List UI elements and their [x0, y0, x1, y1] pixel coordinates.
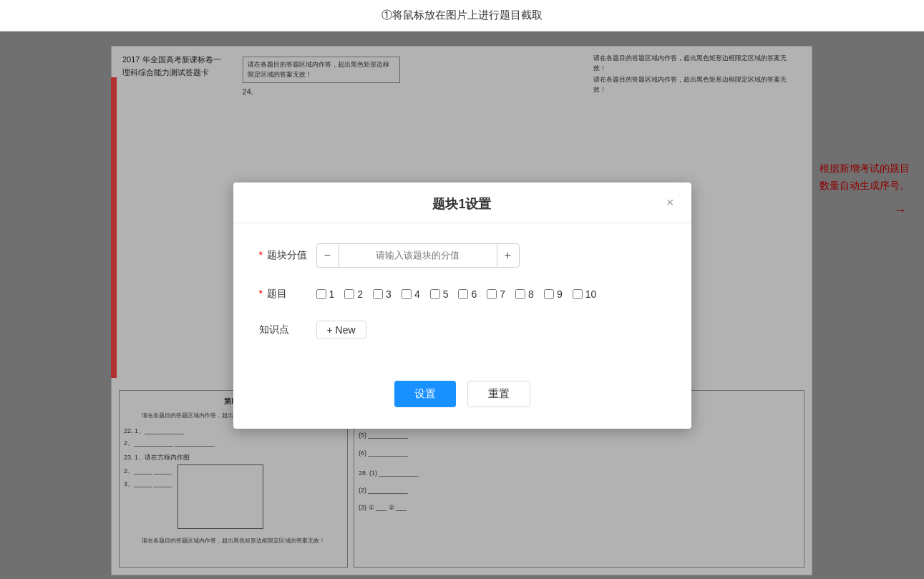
question-checkbox-input-9[interactable]	[544, 289, 554, 299]
score-required-star: *	[259, 249, 263, 261]
score-label: * 题块分值	[259, 249, 316, 262]
score-field-row: * 题块分值 − +	[259, 243, 666, 268]
question-checkbox-input-3[interactable]	[373, 289, 383, 299]
reset-button[interactable]: 重置	[467, 381, 530, 407]
score-decrement-button[interactable]: −	[316, 243, 339, 268]
question-checkbox-10[interactable]: 10	[573, 288, 597, 300]
question-checkbox-4[interactable]: 4	[402, 288, 420, 300]
question-checkbox-3[interactable]: 3	[373, 288, 392, 300]
question-checkbox-5[interactable]: 5	[430, 288, 449, 300]
questions-required-star: *	[259, 288, 263, 299]
question-checkbox-input-6[interactable]	[458, 289, 468, 299]
knowledge-field-row: 知识点 + New	[259, 321, 666, 339]
modal-overlay: 题块1设置 × * 题块分值 − +	[0, 31, 924, 579]
question-checkbox-input-5[interactable]	[430, 289, 440, 299]
knowledge-label: 知识点	[259, 323, 316, 336]
top-instruction-bar: ①将鼠标放在图片上进行题目截取	[0, 0, 924, 31]
modal-body: * 题块分值 − + * 题目	[233, 223, 691, 374]
instruction-text: ①将鼠标放在图片上进行题目截取	[381, 9, 543, 22]
question-checkbox-9[interactable]: 9	[544, 288, 563, 300]
question-checkbox-7[interactable]: 7	[487, 288, 505, 300]
add-knowledge-button[interactable]: + New	[316, 321, 366, 339]
modal-title: 题块1设置	[432, 195, 491, 213]
question-checkbox-input-8[interactable]	[515, 289, 525, 299]
questions-field-row: * 题目 1 2 3 4	[259, 288, 666, 301]
modal-close-button[interactable]: ×	[662, 195, 679, 210]
question-checkbox-6[interactable]: 6	[458, 288, 477, 300]
confirm-button[interactable]: 设置	[394, 381, 456, 407]
question-checkbox-input-2[interactable]	[344, 289, 354, 299]
question-checkbox-input-10[interactable]	[573, 289, 583, 299]
modal-header: 题块1设置 ×	[233, 183, 691, 223]
question-checkbox-1[interactable]: 1	[316, 288, 335, 300]
question-checkbox-input-7[interactable]	[487, 289, 497, 299]
score-input-group: − +	[316, 243, 520, 268]
modal-dialog: 题块1设置 × * 题块分值 − +	[233, 183, 691, 429]
question-checkbox-2[interactable]: 2	[344, 288, 363, 300]
modal-footer: 设置 重置	[233, 374, 691, 407]
question-checkbox-8[interactable]: 8	[515, 288, 534, 300]
questions-checkbox-group: 1 2 3 4 5	[316, 288, 597, 300]
questions-label: * 题目	[259, 288, 316, 301]
score-increment-button[interactable]: +	[497, 243, 520, 268]
question-checkbox-input-1[interactable]	[316, 289, 326, 299]
score-input[interactable]	[339, 243, 497, 268]
canvas-area: 2017 年全国高考新课标卷一 理科综合能力测试答题卡 请在各题目的答题区域内作…	[0, 31, 924, 579]
question-checkbox-input-4[interactable]	[402, 289, 412, 299]
